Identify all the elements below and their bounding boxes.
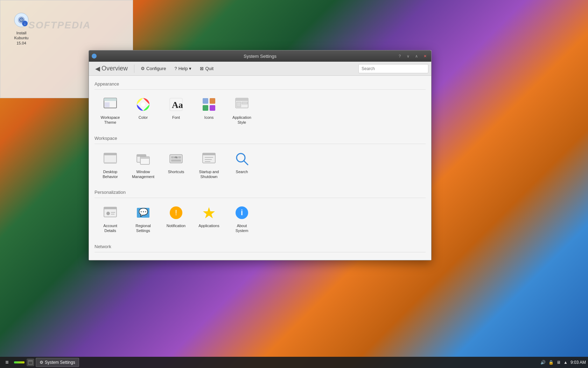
volume-icon[interactable]: 🔊 — [540, 360, 546, 365]
svg-marker-49 — [203, 207, 215, 218]
maximize-button[interactable]: ∧ — [413, 53, 420, 60]
font-item[interactable]: Aa Font — [160, 93, 192, 128]
svg-rect-34 — [203, 153, 215, 155]
configure-button[interactable]: ⚙ Configure — [137, 64, 169, 73]
display-taskbar-icon[interactable]: 🖥 — [556, 360, 561, 365]
account-details-label: AccountDetails — [103, 223, 117, 233]
help-titlebar-button[interactable]: ? — [396, 53, 403, 60]
svg-text:💬: 💬 — [139, 207, 148, 217]
svg-rect-83 — [28, 360, 33, 362]
help-icon: ? — [174, 66, 177, 71]
quit-button[interactable]: ⊠ Quit — [196, 64, 217, 73]
taskbar-app-icon: ⚙ — [40, 360, 43, 365]
svg-rect-28 — [171, 156, 174, 158]
taskbar: ≡ ⚙ System Settings 🔊 🔒 🖥 ▲ 9:03 AM — [0, 357, 588, 368]
install-kubuntu-icon[interactable]: ⚙ ↓ Install Kubuntu 15.04 — [7, 7, 35, 50]
svg-rect-19 — [242, 102, 247, 104]
search-input[interactable] — [358, 64, 428, 73]
application-style-icon — [233, 96, 250, 113]
application-style-label: ApplicationStyle — [232, 115, 251, 125]
color-label: Color — [139, 115, 148, 120]
personalization-section-title: Personalization — [94, 188, 426, 198]
security-icon[interactable]: 🔒 — [548, 360, 554, 365]
about-system-item[interactable]: i AboutSystem — [226, 202, 258, 236]
window-title: System Settings — [244, 54, 276, 59]
toolbar: ◀ Overview ⚙ Configure ? Help ▾ ⊠ Quit — [89, 62, 431, 76]
font-icon: Aa — [168, 96, 184, 113]
network-section: Network Settings — [94, 242, 426, 260]
workspace-section-title: Workspace — [94, 134, 426, 144]
applications-item[interactable]: Applications — [193, 202, 225, 236]
appearance-section: Appearance WorkspaceTheme — [94, 79, 426, 128]
close-button[interactable]: ✕ — [421, 53, 428, 60]
shortcuts-label: Shortcuts — [168, 169, 184, 174]
regional-settings-icon: 💬 — [135, 204, 152, 221]
taskbar-app-label: System Settings — [45, 360, 75, 365]
shortcuts-item[interactable]: FN Shortcuts — [160, 148, 192, 182]
system-settings-window: System Settings ? ∨ ∧ ✕ ◀ Overview ⚙ Con… — [89, 50, 432, 260]
network-settings-item[interactable]: Settings — [94, 256, 126, 260]
taskbar-time: 9:03 AM — [570, 360, 586, 365]
svg-text:!: ! — [175, 208, 177, 217]
menu-icon: ≡ — [5, 359, 8, 366]
svg-text:i: i — [241, 208, 243, 217]
application-style-item[interactable]: ApplicationStyle — [226, 93, 258, 128]
about-system-icon: i — [233, 204, 250, 221]
svg-point-9 — [141, 102, 145, 107]
notification-item[interactable]: ! Notification — [160, 202, 192, 236]
taskbar-file-icon[interactable] — [27, 359, 34, 366]
connectivity-item[interactable]: Connectivity — [127, 256, 159, 260]
regional-settings-item[interactable]: 💬 RegionalSettings — [127, 202, 159, 236]
search-icon — [233, 150, 250, 167]
notification-label: Notification — [167, 223, 186, 228]
system-settings-taskbar-btn[interactable]: ⚙ System Settings — [36, 358, 79, 367]
svg-rect-13 — [210, 98, 215, 104]
svg-rect-27 — [170, 155, 182, 163]
quit-icon: ⊠ — [200, 66, 204, 71]
svg-rect-30 — [178, 156, 181, 158]
workspace-items: DesktopBehavior WindowManagement — [94, 148, 426, 182]
svg-text:↓: ↓ — [24, 22, 26, 26]
svg-rect-14 — [203, 105, 208, 111]
icons-item[interactable]: Icons — [193, 93, 225, 128]
appearance-items: WorkspaceTheme — [94, 93, 426, 128]
startup-shutdown-label: Startup andShutdown — [199, 169, 219, 179]
shortcuts-icon: FN — [168, 150, 184, 167]
window-management-item[interactable]: WindowManagement — [127, 148, 159, 182]
desktop-behavior-label: DesktopBehavior — [103, 169, 118, 179]
minimize-button[interactable]: ∨ — [405, 53, 412, 60]
help-button[interactable]: ? Help ▾ — [171, 64, 195, 73]
font-label: Font — [172, 115, 180, 120]
help-label: Help — [178, 66, 188, 71]
network-taskbar-icon[interactable]: ▲ — [564, 360, 568, 365]
workspace-theme-label: WorkspaceTheme — [101, 115, 120, 125]
svg-rect-31 — [171, 159, 181, 162]
back-button[interactable]: ◀ Overview — [92, 63, 131, 74]
taskbar-menu-button[interactable]: ≡ — [2, 357, 12, 367]
svg-rect-18 — [237, 102, 241, 107]
color-item[interactable]: Color — [127, 93, 159, 128]
install-icon-label: Install Kubuntu 15.04 — [12, 30, 31, 46]
search-item[interactable]: Search — [226, 148, 258, 182]
svg-rect-26 — [140, 157, 149, 159]
svg-point-42 — [106, 212, 110, 215]
svg-rect-22 — [104, 162, 117, 164]
desktop-behavior-item[interactable]: DesktopBehavior — [94, 148, 126, 182]
overview-label: Overview — [102, 65, 128, 72]
svg-rect-41 — [104, 207, 117, 209]
workspace-theme-item[interactable]: WorkspaceTheme — [94, 93, 126, 128]
svg-rect-6 — [104, 98, 117, 101]
desktop: SOFTPEDIA ⚙ ↓ Install Kubuntu 15.04 — [0, 0, 588, 368]
network-items: Settings Connectivity — [94, 256, 426, 260]
account-details-item[interactable]: AccountDetails — [94, 202, 126, 236]
svg-rect-44 — [111, 214, 114, 214]
help-dropdown-icon: ▾ — [189, 66, 191, 71]
workspace-section: Workspace DesktopBehavior — [94, 134, 426, 182]
personalization-section: Personalization AccountDet — [94, 188, 426, 236]
desktop-behavior-icon — [102, 150, 119, 167]
personalization-items: AccountDetails 💬 RegionalSettings — [94, 202, 426, 236]
appearance-section-title: Appearance — [94, 79, 426, 90]
account-details-icon — [102, 204, 119, 221]
startup-shutdown-item[interactable]: Startup andShutdown — [193, 148, 225, 182]
color-icon — [135, 96, 152, 113]
